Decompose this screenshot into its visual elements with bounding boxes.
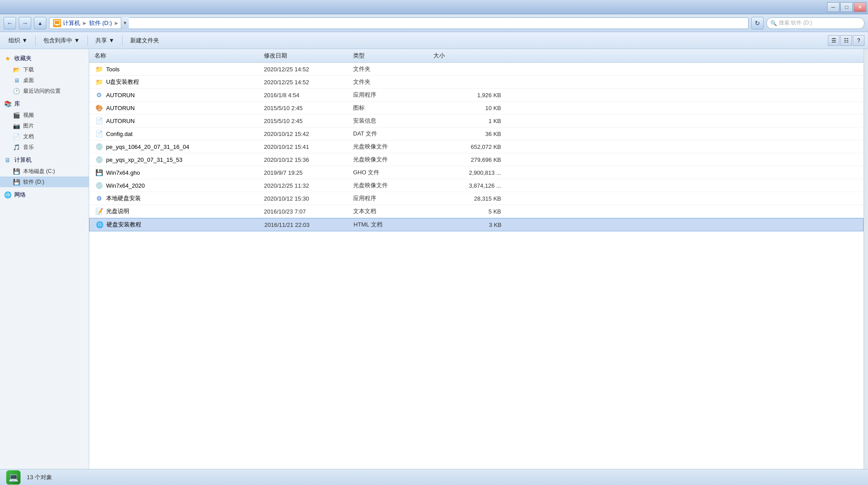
file-name: U盘安装教程 [106, 78, 139, 86]
help-button[interactable]: ? [853, 35, 864, 46]
minimize-button[interactable]: ─ [827, 2, 839, 12]
file-icon: 📁 [95, 78, 103, 86]
music-icon: 🎵 [12, 143, 21, 151]
scroll-indicator[interactable] [864, 49, 868, 469]
share-dropdown-icon: ▼ [109, 37, 115, 44]
network-label: 网络 [14, 191, 26, 199]
col-modified[interactable]: 修改日期 [262, 52, 351, 60]
file-size: 3 KB [432, 222, 503, 228]
network-icon: 🌐 [4, 191, 12, 199]
view-list-button[interactable]: ☰ [828, 35, 839, 46]
sidebar-item-image[interactable]: 📷 图片 [0, 120, 89, 131]
col-type[interactable]: 类型 [351, 52, 432, 60]
file-type: 光盘映像文件 [351, 143, 432, 151]
file-row[interactable]: 💿 Win7x64_2020 2020/12/25 11:32 光盘映像文件 3… [89, 179, 864, 192]
file-icon: 💿 [95, 142, 103, 151]
favorites-icon: ★ [4, 54, 12, 62]
file-size: 652,072 KB [432, 144, 503, 150]
file-name: AUTORUN [106, 118, 135, 124]
sidebar-item-document-label: 文档 [23, 133, 34, 140]
refresh-button[interactable]: ↻ [751, 17, 764, 29]
path-drive[interactable]: 软件 (D:) [89, 19, 112, 27]
file-row[interactable]: 📄 Config.dat 2020/10/12 15:42 DAT 文件 36 … [89, 127, 864, 140]
file-size: 2,900,813 ... [432, 169, 503, 176]
file-date: 2020/12/25 11:32 [262, 182, 351, 189]
file-date: 2019/9/7 19:25 [262, 169, 351, 176]
include-button[interactable]: 包含到库中 ▼ [38, 34, 85, 47]
include-label: 包含到库中 [43, 37, 72, 45]
sidebar-item-disk-c[interactable]: 💾 本地磁盘 (C:) [0, 166, 89, 177]
search-bar[interactable]: 🔍 搜索 软件 (D:) [766, 17, 864, 29]
file-name: Tools [106, 66, 119, 73]
file-row[interactable]: ⚙ 本地硬盘安装 2020/10/12 15:30 应用程序 28,315 KB [89, 192, 864, 205]
file-row[interactable]: 📁 U盘安装教程 2020/12/25 14:52 文件夹 [89, 76, 864, 89]
sidebar-favorites-header[interactable]: ★ 收藏夹 [0, 53, 89, 64]
file-row[interactable]: 📝 光盘说明 2016/10/23 7:07 文本文档 5 KB [89, 205, 864, 218]
computer-icon [53, 19, 61, 27]
view-details-button[interactable]: ☷ [840, 35, 852, 46]
share-button[interactable]: 共享 ▼ [91, 34, 119, 47]
path-computer[interactable]: 计算机 [63, 19, 80, 27]
file-date: 2020/10/12 15:30 [262, 195, 351, 202]
file-row[interactable]: 🎨 AUTORUN 2015/5/10 2:45 图标 10 KB [89, 102, 864, 115]
file-type: DAT 文件 [351, 130, 432, 138]
forward-button[interactable]: → [19, 17, 31, 29]
library-icon: 📚 [4, 100, 12, 108]
file-name-cell: ⚙ 本地硬盘安装 [93, 194, 262, 203]
maximize-button[interactable]: □ [840, 2, 853, 12]
sidebar-item-video[interactable]: 🎬 视频 [0, 110, 89, 120]
col-size[interactable]: 大小 [432, 52, 503, 60]
close-button[interactable]: ✕ [854, 2, 866, 12]
file-name-cell: ⚙ AUTORUN [93, 90, 262, 99]
file-size: 5 KB [432, 208, 503, 215]
sidebar-computer-header[interactable]: 🖥 计算机 [0, 154, 89, 166]
sidebar-item-download[interactable]: 📂 下载 [0, 64, 89, 75]
path-dropdown-button[interactable]: ▼ [121, 17, 129, 29]
sidebar-item-disk-d-label: 软件 (D:) [23, 178, 44, 186]
file-date: 2016/11/21 22:03 [263, 222, 352, 228]
file-type: 应用程序 [351, 91, 432, 99]
file-name: AUTORUN [106, 105, 135, 111]
sidebar-item-music[interactable]: 🎵 音乐 [0, 142, 89, 152]
file-icon: ⚙ [95, 194, 103, 203]
include-dropdown-icon: ▼ [74, 37, 80, 44]
svg-rect-0 [54, 21, 60, 25]
download-icon: 📂 [12, 66, 21, 74]
sidebar-item-desktop-label: 桌面 [23, 77, 34, 84]
file-row[interactable]: 🌐 硬盘安装教程 2016/11/21 22:03 HTML 文档 3 KB [89, 218, 864, 231]
new-folder-button[interactable]: 新建文件夹 [125, 34, 164, 47]
file-row[interactable]: 💾 Win7x64.gho 2019/9/7 19:25 GHO 文件 2,90… [89, 166, 864, 179]
file-row[interactable]: 📄 AUTORUN 2015/5/10 2:45 安装信息 1 KB [89, 115, 864, 127]
file-name-cell: 🎨 AUTORUN [93, 103, 262, 112]
up-button[interactable]: ▲ [34, 17, 46, 29]
document-icon: 📄 [12, 132, 21, 140]
file-date: 2015/5/10 2:45 [262, 105, 351, 111]
col-name[interactable]: 名称 [93, 52, 262, 60]
view-controls: ☰ ☷ ? [828, 35, 864, 46]
file-name-cell: 💿 pe_yqs_1064_20_07_31_16_04 [93, 142, 262, 151]
file-row[interactable]: ⚙ AUTORUN 2016/1/8 4:54 应用程序 1,926 KB [89, 89, 864, 102]
file-type: 光盘映像文件 [351, 156, 432, 164]
file-row[interactable]: 📁 Tools 2020/12/25 14:52 文件夹 [89, 63, 864, 76]
file-type: 安装信息 [351, 117, 432, 125]
sidebar-item-document[interactable]: 📄 文档 [0, 131, 89, 142]
file-size: 28,315 KB [432, 195, 503, 202]
sidebar-library-header[interactable]: 📚 库 [0, 98, 89, 110]
file-size: 1 KB [432, 118, 503, 124]
column-header: 名称 修改日期 类型 大小 [89, 49, 864, 63]
sidebar-item-disk-d[interactable]: 💾 软件 (D:) [0, 177, 89, 187]
sidebar-item-desktop[interactable]: 🖥 桌面 [0, 75, 89, 86]
sidebar-item-recent[interactable]: 🕐 最近访问的位置 [0, 86, 89, 96]
file-date: 2016/10/23 7:07 [262, 208, 351, 215]
statusbar: 💻 13 个对象 [0, 469, 868, 485]
back-button[interactable]: ← [4, 17, 16, 29]
organize-button[interactable]: 组织 ▼ [4, 34, 33, 47]
file-row[interactable]: 💿 pe_yqs_1064_20_07_31_16_04 2020/10/12 … [89, 140, 864, 153]
sidebar-computer-section: 🖥 计算机 💾 本地磁盘 (C:) 💾 软件 (D:) [0, 154, 89, 187]
file-type: HTML 文档 [352, 221, 432, 229]
sidebar-network-header[interactable]: 🌐 网络 [0, 189, 89, 201]
file-size: 10 KB [432, 105, 503, 111]
file-size: 36 KB [432, 131, 503, 137]
file-row[interactable]: 💿 pe_yqs_xp_20_07_31_15_53 2020/10/12 15… [89, 153, 864, 166]
file-date: 2020/10/12 15:42 [262, 131, 351, 137]
